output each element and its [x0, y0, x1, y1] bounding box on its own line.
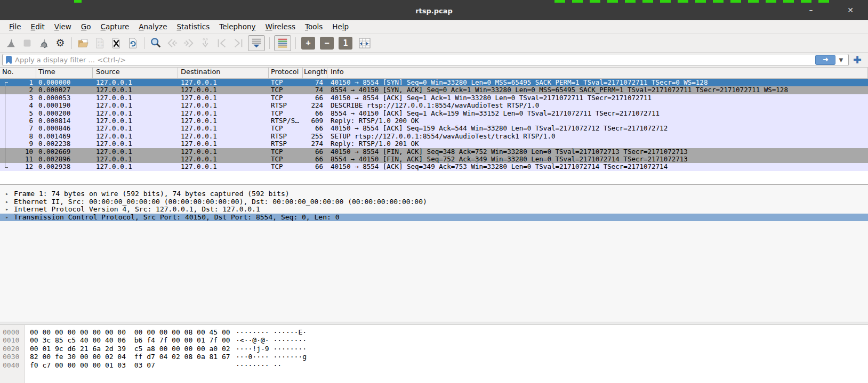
svg-text:0101: 0101 [98, 41, 103, 44]
minimize-button[interactable]: – [805, 5, 817, 15]
packet-list-header: No. Time Source Destination Protocol Len… [0, 68, 868, 79]
packet-row-3[interactable]: 30.000053127.0.0.1127.0.0.1TCP6640150 → … [0, 94, 868, 102]
wireshark-window: rtsp.pcap – ✕ FileEditViewGoCaptureAnaly… [0, 0, 868, 383]
menu-item-help[interactable]: Help [327, 22, 353, 31]
related-packet-mark [5, 140, 8, 148]
background-window-artifact [74, 0, 82, 3]
apply-filter-button[interactable]: ➜ [815, 55, 835, 65]
menu-item-view[interactable]: View [50, 22, 76, 31]
svg-text:0110: 0110 [98, 44, 103, 46]
packet-row-8[interactable]: 80.001469127.0.0.1127.0.0.1RTSP255SETUP … [0, 133, 868, 140]
packet-row-5[interactable]: 50.000200127.0.0.1127.0.0.1TCP668554 → 4… [0, 110, 868, 117]
background-window-artifact [554, 0, 836, 3]
related-packet-mark [5, 117, 8, 125]
related-packet-mark [5, 163, 8, 167]
menu-item-edit[interactable]: Edit [26, 22, 50, 31]
related-packet-mark [5, 148, 8, 156]
expander-icon[interactable]: ▸ [0, 206, 14, 214]
related-packet-mark [5, 110, 8, 117]
packet-row-1[interactable]: 10.000000127.0.0.1127.0.0.1TCP7440150 → … [0, 79, 868, 86]
filter-placeholder: Apply a display filter ... <Ctrl-/> [15, 56, 815, 64]
stop-capture-icon[interactable] [20, 36, 35, 51]
menu-item-analyze[interactable]: Analyze [134, 22, 172, 31]
related-packet-mark [5, 102, 8, 109]
add-filter-button-icon[interactable]: ✚ [853, 54, 862, 66]
start-capture-icon[interactable] [3, 36, 18, 51]
hex-row-0000[interactable]: 000000 00 00 00 00 00 00 00 00 00 00 00 … [0, 328, 868, 336]
close-button[interactable]: ✕ [845, 5, 856, 15]
column-header-length[interactable]: Length [303, 68, 327, 78]
menu-item-statistics[interactable]: Statistics [172, 22, 214, 31]
window-title: rtsp.pcap [0, 7, 868, 15]
expander-icon[interactable]: ▸ [0, 190, 14, 198]
column-header-protocol[interactable]: Protocol [269, 68, 303, 78]
column-header-source[interactable]: Source [93, 68, 178, 78]
save-file-icon[interactable]: 01010110 [92, 36, 107, 51]
detail-row-1[interactable]: ▸Ethernet II, Src: 00:00:00_00:00:00 (00… [0, 198, 868, 206]
colorize-icon[interactable] [274, 36, 292, 51]
packet-row-9[interactable]: 90.002238127.0.0.1127.0.0.1RTSP274Reply:… [0, 140, 868, 148]
display-filter-input[interactable]: Apply a display filter ... <Ctrl-/> ➜ ▼ [2, 54, 849, 66]
open-file-icon[interactable] [76, 36, 91, 51]
capture-options-icon[interactable]: ⚙ [53, 36, 68, 51]
column-header-time[interactable]: Time [36, 68, 93, 78]
packet-row-11[interactable]: 110.002896127.0.0.1127.0.0.1TCP668554 → … [0, 156, 868, 163]
menu-item-go[interactable]: Go [76, 22, 96, 31]
restart-capture-icon[interactable] [36, 36, 51, 51]
packet-bytes-pane: 000000 00 00 00 00 00 00 00 00 00 00 00 … [0, 325, 868, 383]
menu-item-telephony[interactable]: Telephony [214, 22, 260, 31]
toolbar-separator [295, 37, 296, 49]
filter-bookmark-icon[interactable] [6, 56, 12, 64]
related-packet-mark [5, 82, 8, 86]
detail-row-3[interactable]: ▸Transmission Control Protocol, Src Port… [0, 214, 868, 222]
menu-item-tools[interactable]: Tools [300, 22, 327, 31]
detail-row-2[interactable]: ▸Internet Protocol Version 4, Src: 127.0… [0, 206, 868, 214]
close-file-icon[interactable] [109, 36, 124, 51]
related-packet-mark [5, 125, 8, 132]
hex-row-0010[interactable]: 001000 3c 85 c5 40 00 40 06 b6 f4 7f 00 … [0, 336, 868, 344]
expander-icon[interactable]: ▸ [0, 214, 14, 222]
menu-item-wireless[interactable]: Wireless [260, 22, 300, 31]
menu-item-file[interactable]: File [4, 22, 26, 31]
menu-bar: FileEditViewGoCaptureAnalyzeStatisticsTe… [0, 20, 868, 34]
column-header-destination[interactable]: Destination [178, 68, 269, 78]
packet-details-pane: ▸Frame 1: 74 bytes on wire (592 bits), 7… [0, 185, 868, 322]
related-packet-mark [5, 86, 8, 94]
filter-dropdown-caret-icon[interactable]: ▼ [839, 57, 843, 63]
hex-row-0030[interactable]: 003082 00 fe 30 00 00 02 04 ff d7 04 02 … [0, 353, 868, 361]
find-packet-icon[interactable] [148, 36, 163, 51]
first-packet-icon[interactable] [214, 36, 229, 51]
resize-columns-icon[interactable] [356, 36, 374, 51]
last-packet-icon[interactable] [231, 36, 246, 51]
related-packet-mark [5, 133, 8, 140]
packet-row-4[interactable]: 40.000190127.0.0.1127.0.0.1RTSP224DESCRI… [0, 102, 868, 109]
packet-row-2[interactable]: 20.000027127.0.0.1127.0.0.1TCP748554 → 4… [0, 86, 868, 94]
main-toolbar: ⚙ 01010110 [0, 34, 868, 53]
zoom-in-icon[interactable]: + [300, 36, 317, 51]
column-header-no[interactable]: No. [0, 68, 36, 78]
zoom-out-icon[interactable]: − [318, 36, 335, 51]
menu-item-capture[interactable]: Capture [96, 22, 134, 31]
go-to-packet-icon[interactable] [198, 36, 213, 51]
title-bar: rtsp.pcap – ✕ [0, 0, 868, 20]
zoom-original-icon[interactable]: 1 [337, 36, 354, 51]
reload-file-icon[interactable] [125, 36, 140, 51]
auto-scroll-icon[interactable] [247, 36, 266, 51]
toolbar-separator [269, 37, 270, 49]
detail-row-0[interactable]: ▸Frame 1: 74 bytes on wire (592 bits), 7… [0, 190, 868, 198]
packet-row-10[interactable]: 100.002669127.0.0.1127.0.0.1TCP6640150 →… [0, 148, 868, 156]
column-header-info[interactable]: Info [327, 68, 868, 78]
toolbar-separator [144, 37, 144, 49]
related-packet-mark [5, 94, 8, 102]
packet-row-7[interactable]: 70.000846127.0.0.1127.0.0.1TCP6640150 → … [0, 125, 868, 132]
hex-row-0020[interactable]: 002000 01 9c d6 21 6a 2d 39 c5 a8 00 00 … [0, 345, 868, 353]
packet-list-empty-area [0, 171, 868, 183]
packet-row-12[interactable]: 120.002938127.0.0.1127.0.0.1TCP6640150 →… [0, 163, 868, 170]
related-packet-mark [5, 156, 8, 163]
hex-row-0040[interactable]: 0040f0 c7 00 00 00 00 01 03 03 07·······… [0, 361, 868, 369]
packet-row-6[interactable]: 60.000814127.0.0.1127.0.0.1RTSP/S…609Rep… [0, 117, 868, 125]
go-forward-icon[interactable] [181, 36, 196, 51]
expander-icon[interactable]: ▸ [0, 198, 14, 206]
go-back-icon[interactable] [165, 36, 180, 51]
filter-bar: Apply a display filter ... <Ctrl-/> ➜ ▼ … [0, 53, 868, 68]
